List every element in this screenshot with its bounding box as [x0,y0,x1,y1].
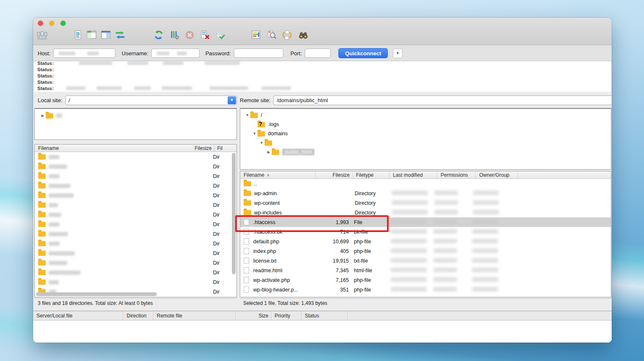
remote-tree-view-icon[interactable] [99,28,112,41]
blurred-text [392,200,428,205]
remote-file-row[interactable]: .htaccess 1,993 File [240,217,611,227]
transfer-queue-icon[interactable] [114,28,126,41]
synchronized-browsing-icon[interactable] [280,28,293,41]
local-file-row[interactable]: Dir [35,219,236,229]
remote-file-row[interactable]: wp-blog-header.p... 351 php-file [240,285,611,294]
local-file-row[interactable]: Dir [35,248,236,258]
local-file-row[interactable]: Dir [35,200,236,210]
password-input[interactable] [234,49,283,58]
local-file-row[interactable]: Dir [35,191,236,200]
remote-tree-item-logs[interactable]: .logs [240,120,611,129]
remote-tree-item-root[interactable]: ▼ / [240,111,611,120]
local-file-row[interactable]: Dir [35,162,236,171]
local-tree-root[interactable]: ▶ [35,111,236,120]
port-input[interactable] [305,49,331,58]
transfer-queue-header: Server/Local file Direction Remote file … [33,311,612,320]
log-view-icon[interactable] [72,28,84,41]
minimize-button[interactable] [49,21,55,26]
message-log: Status: Status: Status: Status: Status: [34,61,611,92]
remote-rows: .. wp-admin Directory [240,179,611,294]
remote-file-row[interactable]: readme.html 7,345 html-file [240,266,611,275]
refresh-icon[interactable] [152,28,165,41]
column-header-filesize[interactable]: Filesize [316,171,353,178]
last-modified-cell [387,181,434,187]
cancel-transfer-icon[interactable] [183,28,196,41]
permissions-cell [434,200,473,206]
file-icon [244,238,249,245]
filetype-cell: Dir [213,270,229,276]
local-file-row[interactable]: Dir [35,239,236,248]
column-header-filesize[interactable]: Filesize [186,144,213,152]
collapse-arrow-icon[interactable]: ▼ [244,113,250,117]
local-site-combobox[interactable]: / ▼ [65,95,237,105]
remote-file-row[interactable]: wp-activate.php 7,165 php-file [240,275,611,285]
remote-file-row[interactable]: .. [240,179,611,188]
chevron-down-icon[interactable]: ▼ [228,96,236,104]
quickconnect-dropdown-button[interactable]: ▼ [393,49,402,58]
column-header-status[interactable]: Status [301,311,348,320]
local-file-row[interactable]: Dir [35,258,236,268]
blurred-text [392,210,428,214]
remote-file-row[interactable]: license.txt 19,915 txt-file [240,256,611,266]
remote-tree-item-domain[interactable]: ▼ [240,138,611,147]
last-modified-cell [386,268,434,273]
column-header-remote-file[interactable]: Remote file [153,311,236,320]
column-header-direction[interactable]: Direction [123,311,153,320]
site-manager-icon[interactable] [36,28,48,41]
local-file-row[interactable]: Dir [35,229,236,239]
local-file-list: Filename Filesize Fil Dir Dir [34,144,237,297]
local-file-row[interactable]: Dir [35,171,236,181]
local-file-row[interactable]: Dir [35,268,236,277]
column-header-owner-group[interactable]: Owner/Group [476,171,518,178]
horizontal-scrollbar[interactable] [36,292,231,296]
column-header-last-modified[interactable]: Last modified [390,171,437,178]
host-input[interactable] [53,49,115,58]
collapse-arrow-icon[interactable]: ▼ [252,132,257,136]
last-modified-cell [386,258,434,264]
directory-comparison-icon[interactable] [249,28,262,41]
traffic-lights [38,21,66,26]
expand-arrow-icon[interactable]: ▶ [266,150,272,154]
filetype-cell: php-file [349,248,386,254]
reconnect-icon[interactable] [214,28,226,41]
vertical-scrollbar[interactable] [232,153,236,291]
disconnect-icon[interactable] [199,28,211,41]
remote-site-combobox[interactable]: /domains/public_html [273,95,612,105]
column-header-priority[interactable]: Priority [271,311,301,320]
column-header-filename[interactable]: Filename ∧ [240,171,316,178]
local-file-row[interactable]: Dir [35,277,236,287]
expand-arrow-icon[interactable]: ▶ [40,113,46,118]
local-file-row[interactable]: Dir [35,181,236,191]
directory-listing-filters-icon[interactable] [265,28,278,41]
collapse-arrow-icon[interactable]: ▼ [259,141,265,145]
remote-tree-item-public-html[interactable]: ▶ public_html [240,147,611,157]
local-file-row[interactable]: Dir [35,210,236,219]
remote-tree-item-domains[interactable]: ▼ domains [240,129,611,138]
filename-cell: wp-includes [254,210,315,216]
local-file-row[interactable]: Dir [35,152,236,162]
blurred-text [391,229,427,234]
local-tree-view-icon[interactable] [85,28,98,41]
column-header-size[interactable]: Size [236,311,271,320]
remote-file-row[interactable]: default.php 10,699 php-file [240,237,611,246]
quickconnect-button[interactable]: Quickconnect [338,48,388,58]
column-header-filetype[interactable]: Filetype [353,171,390,178]
close-button[interactable] [38,21,43,26]
remote-file-row[interactable]: wp-includes Directory [240,208,611,217]
blurred-text [163,61,184,65]
remote-file-row[interactable]: .htaccess.bk 714 bk-file [240,227,611,237]
remote-file-row[interactable]: wp-content Directory [240,198,611,208]
column-header-permissions[interactable]: Permissions [437,171,476,178]
owner-group-cell [473,181,515,187]
process-queue-icon[interactable] [168,28,180,41]
last-modified-cell [386,248,434,254]
filesize-cell: 405 [314,248,349,254]
remote-file-row[interactable]: wp-admin Directory [240,188,611,198]
column-header-server-local-file[interactable]: Server/Local file [33,311,123,320]
remote-file-row[interactable]: index.php 405 php-file [240,246,611,256]
zoom-button[interactable] [60,21,66,26]
blurred-text [262,86,291,90]
username-input[interactable] [151,49,200,58]
column-header-filetype[interactable]: Fil [213,144,236,152]
find-files-icon[interactable] [297,28,309,41]
